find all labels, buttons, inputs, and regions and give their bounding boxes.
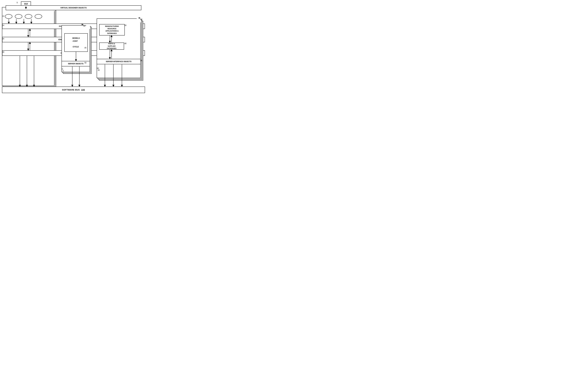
ref-vdm-svc: 16 (2, 38, 4, 40)
mfg-se1: SE (97, 67, 99, 69)
page-curl-srv: ❧ (81, 23, 84, 26)
parts-label: PARTS &SUPPLIERDATABASES (107, 43, 116, 50)
srv-s2: S (63, 70, 64, 71)
vdo-label: VIRTUAL DESIGNER OBJECTS (60, 7, 87, 9)
models-label: MODELS-COST-CYCLE (72, 37, 80, 48)
sio-label: SERVER INTERFACE OBJECTS (106, 61, 131, 63)
sio-box: SERVER INTERFACE OBJECTS (97, 59, 141, 64)
ellipse-4 (35, 14, 42, 19)
sw-bus: SOFTWARE BUS 100 (2, 87, 145, 93)
ref-sio: 95 (140, 60, 142, 62)
mfg-label: MANUFACTURINGRESOURCEAPPLICATIONS &DATAB… (105, 25, 119, 34)
ellipse-1 (5, 14, 12, 19)
ref-parts: 90 (124, 43, 126, 45)
page-curl-mfg: ❧ (138, 16, 141, 20)
gui-label: GUI (24, 3, 28, 5)
ref-mfg-stack: 80 (140, 18, 142, 20)
sw-bus-label: SOFTWARE BUS (62, 89, 80, 91)
diagram-container: GUI 5 10 ❧ VIRTUAL DESIGN MODULE VIRTUAL… (0, 0, 147, 97)
ref-server-obj: 50 (85, 62, 86, 64)
sw-bus-ref: 100 (81, 89, 85, 91)
models-box: MODELS-COST-CYCLE (64, 33, 88, 52)
ellipses-row (5, 14, 42, 19)
parts-box: PARTS &SUPPLIERDATABASES (99, 43, 124, 50)
ref-cio: 18 (2, 51, 4, 53)
server-obj-label: SERVER OBJECTS (68, 63, 83, 65)
ellipse-3 (25, 14, 32, 19)
vdm-page1 (2, 7, 55, 86)
mfg-box: MANUFACTURINGRESOURCEAPPLICATIONS &DATAB… (99, 24, 125, 35)
ref-gui: 5 (17, 2, 18, 4)
ref-server-stack: 40 (83, 25, 85, 27)
vdo-box: VIRTUAL DESIGNER OBJECTS (6, 5, 141, 10)
mfg-se2: SE (98, 69, 100, 71)
ref-models: 45 (85, 47, 86, 49)
ref-ga: 14 (2, 24, 4, 26)
ellipse-2 (15, 14, 22, 19)
srv-s1: S (62, 68, 63, 70)
ref-mfg: 85 (124, 24, 126, 26)
ref-ellipses: 12 (2, 15, 4, 17)
